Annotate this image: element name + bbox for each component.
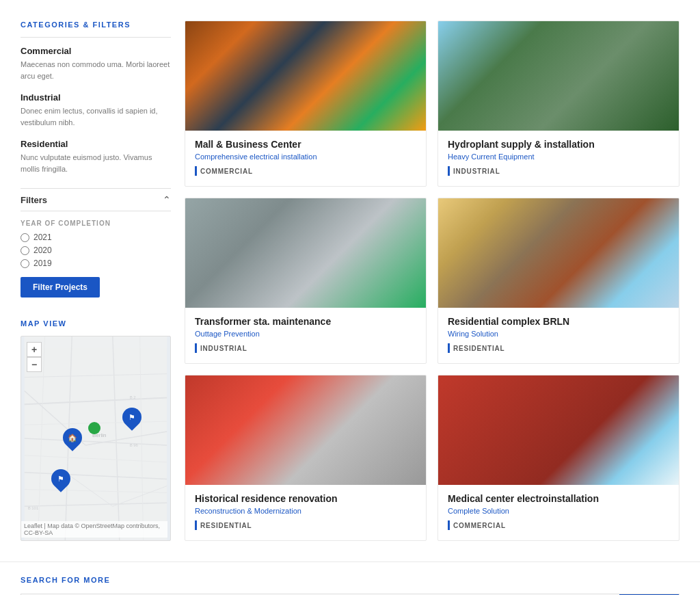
- categories-title: CATEGORIES & FILTERS: [21, 21, 171, 29]
- project-card-0[interactable]: Mall & Business Center Comprehensive ele…: [185, 21, 427, 187]
- map-title: MAP VIEW: [21, 319, 171, 328]
- svg-text:B 96: B 96: [130, 443, 139, 447]
- filter-label-2019[interactable]: 2019: [33, 259, 52, 268]
- project-title-2: Transformer sta. maintenance: [195, 316, 416, 327]
- search-section: SEARCH FOR MORE: [0, 561, 700, 595]
- sidebar: CATEGORIES & FILTERS Commercial Maecenas…: [21, 21, 171, 541]
- project-image-0: [185, 21, 426, 131]
- page-wrapper: CATEGORIES & FILTERS Commercial Maecenas…: [0, 0, 700, 595]
- project-image-3: [438, 198, 679, 308]
- filter-group-year: YEAR OF COMPLETION 2021 2020 2019 Filter…: [21, 211, 171, 306]
- home-icon: 🏠: [68, 434, 77, 442]
- filter-group-label: YEAR OF COMPLETION: [21, 220, 171, 227]
- chevron-up-icon: ⌃: [163, 194, 171, 205]
- filters-label: Filters: [21, 195, 47, 205]
- projects-grid: Mall & Business Center Comprehensive ele…: [185, 21, 679, 541]
- project-card-3[interactable]: Residential complex BRLN Wiring Solution…: [438, 198, 679, 364]
- project-info-4: Historical residence renovation Reconstr…: [185, 485, 426, 540]
- filter-year-2021[interactable]: 2021: [21, 233, 171, 242]
- project-image-5: [438, 375, 679, 485]
- map-container[interactable]: Berlin Schöneberg B 2 B 96 B 101 + −: [21, 336, 171, 541]
- filter-projects-button[interactable]: Filter Projects: [21, 277, 100, 298]
- map-section: MAP VIEW: [21, 319, 171, 541]
- project-subtitle-3: Wiring Solution: [448, 330, 669, 338]
- category-residential-desc: Nunc vulputate euismod justo. Vivamus mo…: [21, 152, 171, 174]
- filter-radio-2020[interactable]: [21, 246, 29, 255]
- project-subtitle-2: Outtage Prevention: [195, 330, 416, 338]
- project-tag-1: INDUSTRIAL: [448, 166, 500, 176]
- project-info-5: Medical center electroinstallation Compl…: [438, 485, 679, 540]
- project-title-3: Residential complex BRLN: [448, 316, 669, 327]
- project-card-1[interactable]: Hydroplant supply & installation Heavy C…: [438, 21, 679, 187]
- project-info-1: Hydroplant supply & installation Heavy C…: [438, 131, 679, 186]
- category-industrial[interactable]: Industrial Donec enim lectus, convallis …: [21, 92, 171, 128]
- filter-year-2020[interactable]: 2020: [21, 246, 171, 255]
- project-card-4[interactable]: Historical residence renovation Reconstr…: [185, 375, 427, 541]
- project-info-0: Mall & Business Center Comprehensive ele…: [185, 131, 426, 186]
- category-commercial-desc: Maecenas non commodo uma. Morbi laoreet …: [21, 59, 171, 81]
- project-tag-3: RESIDENTIAL: [448, 343, 504, 353]
- project-title-4: Historical residence renovation: [195, 493, 416, 504]
- map-zoom-out-button[interactable]: −: [27, 357, 42, 372]
- project-subtitle-0: Comprehensive electrical installation: [195, 153, 416, 161]
- filter-label-2020[interactable]: 2020: [33, 246, 52, 255]
- filters-section: Filters ⌃ YEAR OF COMPLETION 2021 2020: [21, 188, 171, 306]
- project-subtitle-5: Complete Solution: [448, 507, 669, 515]
- flag-icon-1: ⚑: [57, 474, 64, 483]
- project-info-2: Transformer sta. maintenance Outtage Pre…: [185, 308, 426, 363]
- project-info-3: Residential complex BRLN Wiring Solution…: [438, 308, 679, 363]
- project-card-5[interactable]: Medical center electroinstallation Compl…: [438, 375, 679, 541]
- project-tag-2: INDUSTRIAL: [195, 343, 247, 353]
- flag-icon-2: ⚑: [129, 413, 135, 422]
- project-tag-5: COMMERCIAL: [448, 520, 506, 530]
- project-title-0: Mall & Business Center: [195, 139, 416, 150]
- filters-header[interactable]: Filters ⌃: [21, 188, 171, 211]
- categories-section: CATEGORIES & FILTERS Commercial Maecenas…: [21, 21, 171, 174]
- project-image-1: [438, 21, 679, 131]
- category-residential[interactable]: Residential Nunc vulputate euismod justo…: [21, 139, 171, 174]
- project-tag-0: COMMERCIAL: [195, 166, 253, 176]
- category-commercial-name: Commercial: [21, 46, 171, 56]
- main-content: CATEGORIES & FILTERS Commercial Maecenas…: [0, 14, 700, 548]
- project-subtitle-4: Reconstruction & Modernization: [195, 507, 416, 515]
- map-attribution: Leaflet | Map data © OpenStreetMap contr…: [21, 521, 167, 538]
- filter-radio-2021[interactable]: [21, 233, 29, 242]
- project-title-1: Hydroplant supply & installation: [448, 139, 669, 150]
- map-controls: + −: [27, 342, 42, 372]
- category-industrial-desc: Donec enim lectus, convallis id sapien i…: [21, 105, 171, 128]
- category-residential-name: Residential: [21, 139, 171, 149]
- svg-text:B 2: B 2: [130, 395, 137, 399]
- filter-year-2019[interactable]: 2019: [21, 259, 171, 268]
- filter-label-2021[interactable]: 2021: [33, 233, 52, 242]
- filter-radio-2019[interactable]: [21, 259, 29, 268]
- category-industrial-name: Industrial: [21, 92, 171, 103]
- search-title: SEARCH FOR MORE: [21, 576, 679, 584]
- category-commercial[interactable]: Commercial Maecenas non commodo uma. Mor…: [21, 46, 171, 81]
- project-image-4: [185, 375, 426, 485]
- project-tag-4: RESIDENTIAL: [195, 520, 252, 530]
- map-zoom-in-button[interactable]: +: [27, 342, 42, 357]
- project-image-2: [185, 198, 426, 308]
- projects-section: Mall & Business Center Comprehensive ele…: [185, 21, 679, 541]
- project-subtitle-1: Heavy Current Equipment: [448, 153, 669, 161]
- project-card-2[interactable]: Transformer sta. maintenance Outtage Pre…: [185, 198, 427, 364]
- svg-text:B 101: B 101: [28, 506, 39, 510]
- project-title-5: Medical center electroinstallation: [448, 493, 669, 504]
- category-divider: [21, 37, 171, 38]
